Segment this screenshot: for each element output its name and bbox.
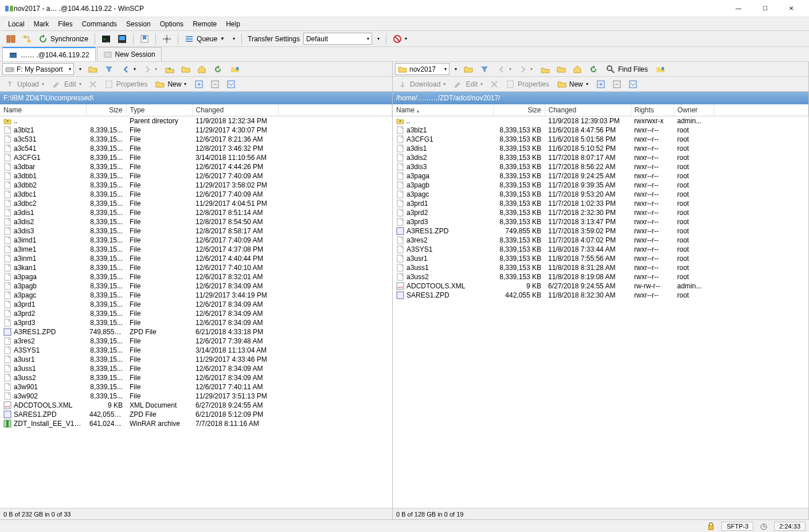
tab-new-session[interactable]: New Session: [97, 47, 162, 61]
col-size[interactable]: Size: [493, 104, 545, 116]
console-button[interactable]: >_: [99, 33, 114, 45]
col-rights[interactable]: Rights: [631, 104, 674, 116]
file-row[interactable]: a3c5418,339,15...File12/8/2017 3:46:32 P…: [0, 144, 392, 153]
local-parent-button[interactable]: [162, 63, 177, 76]
file-row[interactable]: a3dbc18,339,15...File12/6/2017 7:40:09 A…: [0, 190, 392, 199]
file-row[interactable]: a3pagb8,339,15...File12/6/2017 8:34:09 A…: [0, 281, 392, 291]
menu-options[interactable]: Options: [155, 18, 188, 30]
file-row[interactable]: a3prd38,339,153 KB11/7/2018 3:13:47 PMrw…: [393, 217, 808, 226]
minimize-button[interactable]: —: [725, 0, 752, 17]
local-file-list[interactable]: Name Size Type Changed ..Parent director…: [0, 104, 392, 508]
file-row[interactable]: a3dbb28,339,15...File11/29/2017 3:58:02 …: [0, 181, 392, 190]
file-row[interactable]: xmlADCDTOOLS.XML9 KB6/27/2018 9:24:55 AM…: [393, 281, 808, 291]
file-row[interactable]: A3SYS18,339,153 KB11/8/2018 7:33:44 AMrw…: [393, 245, 808, 254]
file-row[interactable]: a3prd18,339,153 KB11/7/2018 1:02:33 PMrw…: [393, 199, 808, 208]
file-row[interactable]: a3usr18,339,15...File11/29/2017 4:33:46 …: [0, 355, 392, 364]
menu-local[interactable]: Local: [3, 18, 29, 30]
local-path[interactable]: F:\IBM ZD&T\Uncompressed\: [0, 92, 392, 104]
add-bookmark-button[interactable]: [137, 33, 152, 45]
file-row[interactable]: a3c5318,339,15...File12/6/2017 8:21:36 A…: [0, 135, 392, 144]
remote-bookmark-button[interactable]: [653, 63, 668, 76]
local-refresh-button[interactable]: [210, 63, 225, 76]
file-row[interactable]: a3paga8,339,153 KB11/7/2018 9:24:25 AMrw…: [393, 171, 808, 181]
file-row[interactable]: a3pagc8,339,153 KB11/7/2018 9:53:20 AMrw…: [393, 190, 808, 199]
local-root-button[interactable]: [178, 63, 193, 76]
file-row[interactable]: a3prd28,339,15...File12/6/2017 8:34:09 A…: [0, 309, 392, 318]
menu-mark[interactable]: Mark: [29, 18, 54, 30]
local-open-dir-button[interactable]: [85, 63, 100, 76]
file-row[interactable]: a3dis28,339,153 KB11/7/2018 8:07:17 AMrw…: [393, 153, 808, 162]
file-row[interactable]: A3RES1.ZPD749,855 KBZPD File6/21/2018 4:…: [0, 327, 392, 337]
file-row[interactable]: ZDT_Install_EE_V12.0....641,024 KBWinRAR…: [0, 419, 392, 428]
queue-button[interactable]: Queue ▼: [182, 33, 228, 45]
file-row[interactable]: a3ime18,339,15...File12/6/2017 4:37:08 P…: [0, 245, 392, 254]
local-invert-selection-button[interactable]: [224, 78, 239, 91]
menu-commands[interactable]: Commands: [77, 18, 122, 30]
putty-button[interactable]: [115, 33, 130, 45]
transfer-settings-more[interactable]: ▾: [373, 33, 382, 45]
local-home-button[interactable]: [194, 63, 209, 76]
local-drive-dropdown[interactable]: ▾: [75, 63, 84, 76]
close-button[interactable]: ✕: [778, 0, 804, 17]
file-row[interactable]: a3uss18,339,15...File12/6/2017 8:34:09 A…: [0, 364, 392, 373]
file-row[interactable]: xmlADCDTOOLS.XML9 KBXML Document6/27/201…: [0, 401, 392, 410]
file-row[interactable]: a3paga8,339,15...File12/6/2017 8:32:01 A…: [0, 272, 392, 281]
col-size[interactable]: Size: [86, 104, 126, 116]
file-row[interactable]: a3dbb18,339,15...File12/6/2017 7:40:09 A…: [0, 171, 392, 181]
remote-find-files-button[interactable]: Find Files: [603, 63, 651, 76]
file-row[interactable]: a3uss28,339,15...File12/6/2017 8:34:09 A…: [0, 373, 392, 382]
file-row[interactable]: a3dbar8,339,15...File12/6/2017 4:44:26 P…: [0, 162, 392, 171]
file-row[interactable]: a3inm18,339,15...File12/6/2017 4:40:44 P…: [0, 254, 392, 263]
file-row[interactable]: a3pagc8,339,15...File11/29/2017 3:44:19 …: [0, 291, 392, 300]
file-row[interactable]: A3RES1.ZPD749,855 KB11/7/2018 3:59:02 PM…: [393, 226, 808, 236]
remote-parent-button[interactable]: [538, 63, 553, 76]
file-row[interactable]: a3usr18,339,153 KB11/8/2018 7:55:56 AMrw…: [393, 254, 808, 263]
file-row[interactable]: a3dbc28,339,15...File11/29/2017 4:04:51 …: [0, 199, 392, 208]
remote-open-dir-button[interactable]: [461, 63, 476, 76]
remote-file-list[interactable]: Name▴ Size Changed Rights Owner ..11/9/2…: [393, 104, 808, 508]
file-row[interactable]: a3res28,339,15...File12/6/2017 7:39:48 A…: [0, 337, 392, 346]
file-row[interactable]: a3prd38,339,15...File12/6/2017 8:34:09 A…: [0, 318, 392, 327]
local-filter-button[interactable]: [101, 63, 116, 76]
file-row[interactable]: a3w9028,339,15...File11/29/2017 3:51:13 …: [0, 392, 392, 401]
file-row[interactable]: a3dis18,339,15...File12/8/2017 8:51:14 A…: [0, 208, 392, 217]
disconnect-button[interactable]: ▾: [390, 33, 410, 45]
queue-dropdown[interactable]: ▾: [229, 33, 238, 45]
file-row[interactable]: a3prd28,339,153 KB11/7/2018 2:32:30 PMrw…: [393, 208, 808, 217]
remote-refresh-button[interactable]: [586, 63, 601, 76]
file-row[interactable]: a3prd18,339,15...File12/6/2017 8:34:09 A…: [0, 300, 392, 309]
remote-root-button[interactable]: [554, 63, 569, 76]
file-row[interactable]: a3imd18,339,15...File12/6/2017 7:40:09 A…: [0, 236, 392, 245]
file-row[interactable]: a3blz18,339,153 KB11/6/2018 4:47:56 PMrw…: [393, 126, 808, 135]
file-row[interactable]: a3dis18,339,153 KB11/6/2018 5:10:52 PMrw…: [393, 144, 808, 153]
remote-new-button[interactable]: New▾: [554, 78, 591, 91]
remote-select-all-button[interactable]: [593, 78, 608, 91]
remote-dir-select[interactable]: nov2017▾: [395, 63, 450, 75]
remote-dir-dropdown[interactable]: ▾: [451, 63, 460, 76]
maximize-button[interactable]: ☐: [752, 0, 778, 17]
compare-dirs-button[interactable]: [3, 33, 18, 45]
file-row[interactable]: a3kan18,339,15...File12/6/2017 7:40:10 A…: [0, 263, 392, 272]
menu-session[interactable]: Session: [122, 18, 155, 30]
remote-path[interactable]: /home/………/ZDT/adcd/nov2017/: [393, 92, 808, 104]
local-unselect-all-button[interactable]: [208, 78, 222, 91]
remote-unselect-all-button[interactable]: [609, 78, 624, 91]
local-drive-select[interactable]: F: My Passport▾: [2, 63, 74, 75]
remote-filter-button[interactable]: [477, 63, 492, 76]
file-row[interactable]: a3res28,339,153 KB11/7/2018 4:07:02 PMrw…: [393, 236, 808, 245]
remote-home-button[interactable]: [570, 63, 585, 76]
menu-help[interactable]: Help: [221, 18, 245, 30]
file-row[interactable]: a3uss18,339,153 KB11/8/2018 8:31:28 AMrw…: [393, 263, 808, 272]
local-back-button[interactable]: ▾: [119, 63, 139, 76]
col-changed[interactable]: Changed: [545, 104, 631, 116]
col-changed[interactable]: Changed: [192, 104, 278, 116]
local-select-all-button[interactable]: [191, 78, 206, 91]
local-bookmark-button[interactable]: [228, 63, 243, 76]
file-row[interactable]: a3dis28,339,15...File12/8/2017 8:54:50 A…: [0, 217, 392, 226]
sync-browse-button[interactable]: [19, 33, 34, 45]
file-row[interactable]: A3CFG18,339,153 KB11/6/2018 5:01:58 PMrw…: [393, 135, 808, 144]
remote-invert-selection-button[interactable]: [626, 78, 640, 91]
file-row[interactable]: A3SYS18,339,15...File3/14/2018 11:13:04 …: [0, 346, 392, 355]
col-type[interactable]: Type: [126, 104, 192, 116]
preferences-button[interactable]: [159, 33, 174, 45]
